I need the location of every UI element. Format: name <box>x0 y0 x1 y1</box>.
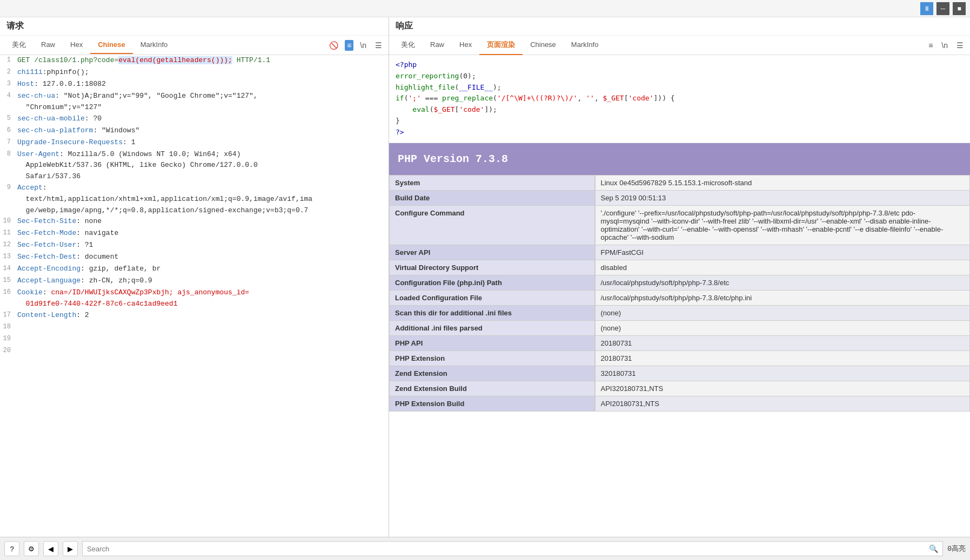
search-icon: 🔍 <box>929 544 938 554</box>
table-row: 16 Cookie: cna=/ID/HWUIjksCAXQwZp3Pxbjh;… <box>0 287 389 310</box>
left-panel: 请求 美化 Raw Hex Chinese MarkInfo 🚫 ≡ \n ☰ … <box>0 17 389 537</box>
tab-raw-req[interactable]: Raw <box>34 36 63 54</box>
tab-markinfo-res[interactable]: MarkInfo <box>564 36 606 54</box>
table-row: SystemLinux 0e45d5967829 5.15.153.1-micr… <box>390 175 970 190</box>
table-row: 1 GET /class10/1.php?code=eval(end(getal… <box>0 55 389 67</box>
php-version-bar: PHP Version 7.3.8 <box>389 143 970 175</box>
bottom-bar: ? ⚙ ◀ ▶ 🔍 0高亮 <box>0 537 970 560</box>
table-row: Virtual Directory Supportdisabled <box>390 260 970 275</box>
table-row: 17 Content-Length: 2 <box>0 310 389 322</box>
table-row: 15 Accept-Language: zh-CN, zh;q=0.9 <box>0 275 389 287</box>
settings-button[interactable]: ⚙ <box>24 541 39 556</box>
table-row: PHP API20180731 <box>390 335 970 350</box>
table-row: 19 <box>0 334 389 346</box>
menu-icon-req[interactable]: ☰ <box>373 40 384 51</box>
tab-pagerender-res[interactable]: 页面渲染 <box>479 36 523 55</box>
table-row: 3 Host: 127.0.0.1:18082 <box>0 79 389 91</box>
table-row: 9 Accept: text/html,application/xhtml+xm… <box>0 183 389 216</box>
pause-button[interactable]: ⏸ <box>920 2 933 15</box>
wrap-icon-req[interactable]: \n <box>358 40 369 51</box>
response-content-area[interactable]: <?php error_reporting(0); highlight_file… <box>389 55 970 537</box>
hide-icon-req[interactable]: 🚫 <box>327 40 340 51</box>
tab-beautify-req[interactable]: 美化 <box>4 36 34 55</box>
menu-icon-res[interactable]: ☰ <box>954 40 966 51</box>
forward-button[interactable]: ▶ <box>63 541 78 556</box>
table-row: PHP Extension BuildAPI20180731,NTS <box>390 396 970 411</box>
response-tab-bar: 美化 Raw Hex 页面渲染 Chinese MarkInfo ≡ \n ☰ <box>389 36 970 55</box>
top-toolbar: ⏸ ─ ■ <box>0 0 970 17</box>
search-input[interactable] <box>87 545 929 553</box>
table-row: Zend Extension320180731 <box>390 366 970 381</box>
table-row: Scan this dir for additional .ini files(… <box>390 305 970 320</box>
table-row: 4 sec-ch-ua: "Not)A;Brand";v="99", "Goog… <box>0 91 389 113</box>
response-title: 响应 <box>389 17 970 36</box>
table-row: 11 Sec-Fetch-Mode: navigate <box>0 228 389 240</box>
right-panel: 响应 美化 Raw Hex 页面渲染 Chinese MarkInfo ≡ \n… <box>389 17 970 537</box>
response-tab-icons: ≡ \n ☰ <box>926 40 966 51</box>
tab-beautify-res[interactable]: 美化 <box>393 36 423 55</box>
request-title: 请求 <box>0 17 389 36</box>
main-area: 请求 美化 Raw Hex Chinese MarkInfo 🚫 ≡ \n ☰ … <box>0 17 970 537</box>
table-row: Configuration File (php.ini) Path/usr/lo… <box>390 275 970 290</box>
table-row: 18 <box>0 322 389 334</box>
table-row: Loaded Configuration File/usr/local/phps… <box>390 290 970 305</box>
search-wrapper: 🔍 <box>82 541 943 556</box>
wrap-icon-res[interactable]: \n <box>939 40 950 51</box>
table-row: 13 Sec-Fetch-Dest: document <box>0 252 389 264</box>
tab-hex-req[interactable]: Hex <box>63 36 90 54</box>
table-row: 6 sec-ch-ua-platform: "Windows" <box>0 125 389 137</box>
tab-markinfo-req[interactable]: MarkInfo <box>133 36 176 54</box>
request-code-area[interactable]: 1 GET /class10/1.php?code=eval(end(getal… <box>0 55 389 537</box>
table-row: 8 User-Agent: Mozilla/5.0 (Windows NT 10… <box>0 149 389 183</box>
tab-chinese-req[interactable]: Chinese <box>90 36 133 54</box>
php-source-code: <?php error_reporting(0); highlight_file… <box>389 55 970 143</box>
table-row: 5 sec-ch-ua-mobile: ?0 <box>0 113 389 125</box>
minimize-button[interactable]: ─ <box>936 2 949 15</box>
table-row: 20 <box>0 346 389 357</box>
list-icon-res[interactable]: ≡ <box>926 40 935 51</box>
help-button[interactable]: ? <box>4 541 19 556</box>
back-button[interactable]: ◀ <box>43 541 58 556</box>
table-row: Configure Command'./configure' '--prefix… <box>390 205 970 245</box>
phpinfo-table: SystemLinux 0e45d5967829 5.15.153.1-micr… <box>389 175 970 411</box>
table-row: 2 chi11i:phpinfo(); <box>0 67 389 79</box>
table-row: 14 Accept-Encoding: gzip, deflate, br <box>0 264 389 275</box>
table-row: 7 Upgrade-Insecure-Requests: 1 <box>0 137 389 149</box>
table-row: Additional .ini files parsed(none) <box>390 320 970 335</box>
tab-raw-res[interactable]: Raw <box>423 36 452 54</box>
list-icon-req[interactable]: ≡ <box>345 40 353 51</box>
table-row: 12 Sec-Fetch-User: ?1 <box>0 240 389 252</box>
tab-chinese-res[interactable]: Chinese <box>523 36 564 54</box>
request-tab-icons: 🚫 ≡ \n ☰ <box>327 40 384 51</box>
table-row: 10 Sec-Fetch-Site: none <box>0 216 389 228</box>
request-tab-bar: 美化 Raw Hex Chinese MarkInfo 🚫 ≡ \n ☰ <box>0 36 389 55</box>
close-button[interactable]: ■ <box>953 2 966 15</box>
highlight-count: 0高亮 <box>947 544 966 554</box>
table-row: Build DateSep 5 2019 00:51:13 <box>390 190 970 205</box>
tab-hex-res[interactable]: Hex <box>452 36 479 54</box>
table-row: Server APIFPM/FastCGI <box>390 245 970 260</box>
table-row: Zend Extension BuildAPI320180731,NTS <box>390 381 970 396</box>
table-row: PHP Extension20180731 <box>390 350 970 366</box>
